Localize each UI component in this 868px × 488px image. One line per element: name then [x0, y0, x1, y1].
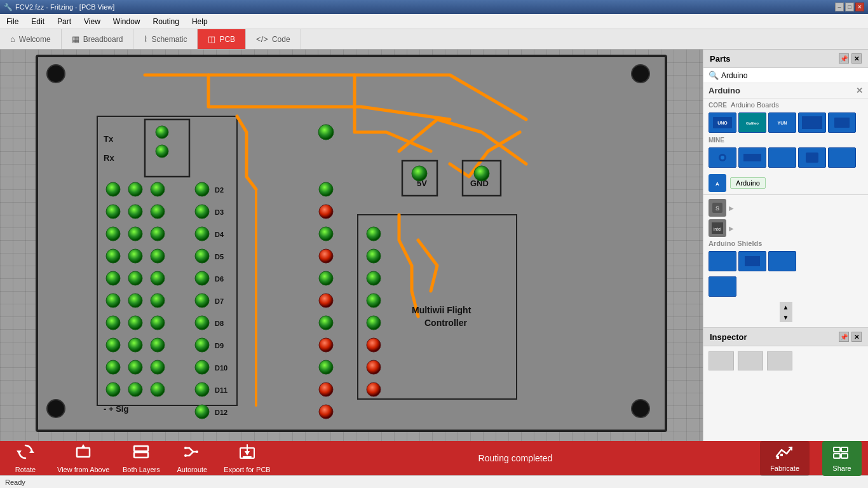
- tab-pcb-label: PCB: [219, 35, 235, 44]
- part-thumb-mine5[interactable]: [828, 147, 856, 168]
- svg-point-106: [721, 156, 724, 159]
- tab-breadboard[interactable]: ▦ Breadboard: [62, 29, 134, 49]
- search-input[interactable]: [721, 71, 863, 80]
- tab-welcome-label: Welcome: [19, 35, 51, 44]
- arduino-label: Arduino ✕: [703, 83, 868, 98]
- share-button[interactable]: Share: [822, 441, 862, 476]
- part-thumb-yun[interactable]: YUN: [768, 112, 796, 133]
- parts-close-button[interactable]: ✕: [851, 53, 862, 64]
- view-from-above-button[interactable]: View from Above: [57, 443, 109, 473]
- mine-label: MINE: [709, 137, 724, 144]
- shield-thumb-4[interactable]: [709, 276, 736, 297]
- cat-seeed: S ▶: [703, 198, 868, 218]
- title-bar-controls[interactable]: – □ ✕: [835, 3, 864, 11]
- tab-code-label: Code: [272, 35, 290, 44]
- inspector-content: [703, 346, 868, 376]
- search-bar: 🔍: [703, 68, 868, 83]
- tab-schematic-label: Schematic: [151, 35, 187, 44]
- shields-grid: [703, 248, 868, 274]
- tab-breadboard-label: Breadboard: [83, 35, 123, 44]
- window-title: FCV2.fzz - Fritzing - [PCB View]: [15, 3, 114, 11]
- minimize-button[interactable]: –: [835, 3, 844, 11]
- scroll-arrows: ▲ ▼: [703, 299, 868, 325]
- breadboard-icon: ▦: [72, 34, 79, 44]
- svg-rect-143: [841, 447, 848, 452]
- menu-routing[interactable]: Routing: [147, 14, 186, 29]
- svg-marker-125: [17, 451, 22, 454]
- scroll-up-arrow[interactable]: ▲: [780, 302, 792, 312]
- both-layers-icon: [132, 443, 150, 464]
- fabricate-button[interactable]: Fabricate: [760, 441, 810, 476]
- export-pcb-label: Export for PCB: [224, 466, 270, 473]
- svg-rect-112: [831, 150, 853, 165]
- parts-pin-button[interactable]: 📌: [839, 53, 849, 64]
- right-panel: Parts 📌 ✕ 🔍 Arduino ✕ CORE Arduino Board…: [703, 50, 868, 441]
- pcb-icon: ◫: [208, 34, 215, 44]
- autoroute-icon: [183, 443, 201, 464]
- inspector-box-2: [738, 351, 763, 370]
- rotate-button[interactable]: Rotate: [6, 443, 44, 473]
- routing-status: Routing completed: [283, 453, 747, 463]
- both-layers-label: Both Layers: [123, 466, 160, 473]
- cat-intel: intel ▶: [703, 218, 868, 238]
- both-layers-button[interactable]: Both Layers: [122, 443, 160, 473]
- welcome-icon: ⌂: [10, 34, 15, 44]
- menu-help[interactable]: Help: [186, 14, 214, 29]
- part-thumb-mine1[interactable]: [709, 147, 736, 168]
- tab-schematic[interactable]: ⌇ Schematic: [133, 29, 198, 49]
- shield-thumb-1[interactable]: [709, 251, 736, 271]
- schematic-icon: ⌇: [144, 34, 147, 44]
- maximize-button[interactable]: □: [845, 3, 854, 11]
- part-thumb-mega[interactable]: [798, 112, 826, 133]
- status-bar: Ready: [0, 475, 868, 488]
- code-icon: </>: [256, 34, 268, 44]
- menu-window[interactable]: Window: [107, 14, 147, 29]
- svg-point-135: [184, 454, 187, 457]
- view-from-above-label: View from Above: [57, 466, 109, 473]
- svg-rect-103: [834, 118, 850, 128]
- arduino-tooltip: Arduino: [730, 177, 766, 189]
- menu-file[interactable]: File: [0, 14, 25, 29]
- shield-thumb-3[interactable]: [768, 251, 796, 271]
- svg-rect-141: [780, 454, 783, 456]
- part-thumb-nano[interactable]: [828, 112, 856, 133]
- pcb-canvas[interactable]: fritzing: [0, 50, 703, 441]
- parts-grid-mine: [703, 145, 868, 170]
- svg-rect-126: [77, 448, 90, 457]
- part-thumb-uno[interactable]: UNO: [709, 112, 736, 133]
- svg-rect-129: [134, 446, 148, 451]
- tab-pcb[interactable]: ◫ PCB: [198, 29, 246, 49]
- fabricate-icon: [775, 445, 794, 463]
- part-thumb-mine3[interactable]: [768, 147, 796, 168]
- scroll-down-arrow[interactable]: ▼: [780, 312, 792, 322]
- title-bar: 🔧 FCV2.fzz - Fritzing - [PCB View] – □ ✕: [0, 0, 868, 14]
- close-button[interactable]: ✕: [855, 3, 864, 11]
- part-thumb-mine4[interactable]: [798, 147, 826, 168]
- tab-code[interactable]: </> Code: [246, 29, 301, 49]
- menu-bar: File Edit Part View Window Routing Help: [0, 14, 868, 29]
- inspector-controls[interactable]: 📌 ✕: [839, 332, 862, 342]
- tab-welcome[interactable]: ⌂ Welcome: [0, 29, 62, 49]
- svg-rect-140: [776, 456, 779, 459]
- part-thumb-galileo[interactable]: Galileo: [738, 112, 766, 133]
- parts-panel-controls[interactable]: 📌 ✕: [839, 53, 862, 64]
- svg-marker-128: [81, 444, 85, 447]
- menu-edit[interactable]: Edit: [25, 14, 51, 29]
- autoroute-button[interactable]: Autoroute: [173, 443, 211, 473]
- inspector-pin-button[interactable]: 📌: [839, 332, 849, 342]
- part-thumb-mine2[interactable]: [738, 147, 766, 168]
- pcb-grid: [0, 50, 703, 441]
- inspector-close-button[interactable]: ✕: [851, 332, 862, 342]
- rotate-icon: [17, 443, 34, 464]
- core-header: CORE Arduino Boards: [703, 100, 868, 110]
- export-pcb-button[interactable]: Export for PCB: [224, 443, 270, 473]
- svg-rect-108: [743, 154, 761, 161]
- menu-view[interactable]: View: [78, 14, 107, 29]
- shield-thumb-2[interactable]: [738, 251, 766, 271]
- menu-part[interactable]: Part: [51, 14, 78, 29]
- shields-section-label: Arduino Shields: [703, 238, 868, 248]
- svg-rect-130: [134, 452, 148, 458]
- svg-text:S: S: [715, 205, 719, 212]
- search-clear-button[interactable]: ✕: [856, 86, 863, 95]
- svg-text:A: A: [715, 181, 719, 187]
